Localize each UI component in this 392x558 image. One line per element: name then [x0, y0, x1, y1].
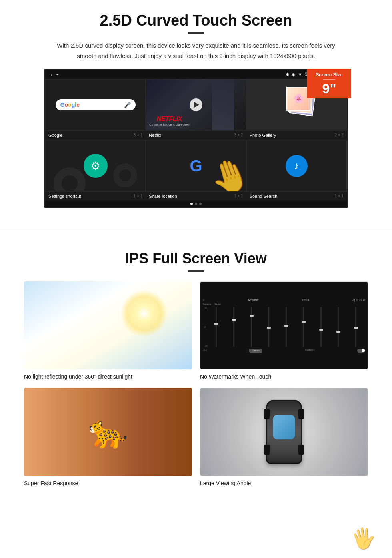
section2-divider — [188, 270, 204, 272]
cheetah-image: 🐆 — [24, 388, 192, 476]
play-triangle — [194, 102, 199, 108]
title-divider — [188, 32, 204, 34]
amplifier-image: ⌂ Amplifier 17:33 ◁) ⊡ ▭ ↩ Balance Fader… — [200, 281, 368, 369]
watermarks-label: No Watermarks When Touch — [200, 373, 368, 380]
eq-label-0: 0 — [204, 326, 207, 328]
amp-icons: ◁) ⊡ ▭ ↩ — [352, 299, 365, 302]
car-wheel-rr — [298, 445, 304, 455]
amp-label-left: Balance — [203, 303, 212, 305]
play-button[interactable] — [190, 98, 202, 111]
car-body — [266, 400, 302, 464]
nav-dot-3[interactable] — [199, 203, 202, 205]
netflix-logo: NETFLIX — [149, 116, 189, 123]
car-image — [200, 388, 368, 476]
netflix-subtitle: Continue Marvel's Daredevil — [149, 123, 189, 126]
google-maps-logo: G — [190, 157, 202, 175]
sound-search-cell[interactable]: ♪ — [246, 140, 347, 192]
feature-fast-response: 🐆 Super Fast Response — [24, 388, 192, 486]
eq-handle-8 — [336, 331, 340, 333]
feature-sunlight: No light reflecting under 360° direct su… — [24, 281, 192, 380]
amp-label-fader: Fader — [215, 303, 221, 305]
eq-handle-4 — [267, 327, 271, 329]
eq-slider-3[interactable] — [251, 307, 252, 347]
google-app-cell[interactable]: Google 🎤 — [45, 79, 146, 131]
settings-app-name: Settings shortcut — [48, 194, 81, 199]
eq-sliders — [208, 307, 364, 347]
sound-app-size: 1 × 1 — [334, 194, 344, 199]
feature-viewing-angle: Large Viewing Angle — [200, 388, 368, 486]
eq-slider-7[interactable] — [320, 307, 322, 347]
eq-handle-2 — [232, 319, 236, 321]
share-location-cell[interactable]: G 🤚 — [146, 140, 246, 192]
netflix-text-overlay: NETFLIX Continue Marvel's Daredevil — [149, 116, 189, 126]
music-note-icon: ♪ — [294, 160, 299, 172]
netflix-figure — [212, 79, 234, 131]
sunlight-label: No light reflecting under 360° direct su… — [24, 373, 192, 380]
amp-home-icon: ⌂ — [203, 299, 204, 302]
eq-slider-8[interactable] — [338, 307, 339, 347]
cheetah-icon: 🐆 — [88, 413, 128, 451]
sound-app-name: Sound Search — [250, 194, 278, 199]
app-grid-row2: ⚙ G 🤚 ♪ — [45, 140, 347, 192]
amp-custom-btn[interactable]: Custom — [249, 349, 262, 353]
status-bar: ⌂ ⌁ ✱ ◉ ▼ 15:06 ⊡ ◁) ☒ ▭ — [45, 70, 347, 79]
app-labels-row1: Google 3 × 1 Netflix 3 × 2 Photo Gallery… — [45, 131, 347, 140]
decorative-circle-2 — [113, 163, 137, 187]
car-wheel-rl — [264, 445, 270, 455]
amp-freq-labels: Balance Fader — [203, 303, 365, 305]
netflix-app-size: 3 × 2 — [234, 133, 243, 138]
google-label-row: Google 3 × 1 — [45, 131, 146, 140]
amp-toggle[interactable] — [357, 349, 365, 353]
eq-slider-2[interactable] — [233, 307, 234, 347]
gallery-label-row: Photo Gallery 2 × 2 — [246, 131, 347, 140]
nav-dot-2[interactable] — [195, 203, 197, 205]
device-mockup: Screen Size 9" ⌂ ⌁ ✱ ◉ ▼ 15:06 ⊡ ◁) — [44, 69, 348, 208]
share-label-row: Share location 1 × 1 — [146, 192, 246, 201]
netflix-app-cell[interactable]: NETFLIX Continue Marvel's Daredevil — [146, 79, 246, 131]
home-icon[interactable]: ⌂ — [49, 72, 52, 77]
section1-title: 2.5D Curved Touch Screen — [24, 12, 368, 29]
nav-dot-1[interactable] — [190, 203, 193, 205]
google-app-name: Google — [48, 133, 62, 138]
badge-divider — [323, 79, 335, 80]
google-search-bar[interactable]: Google 🎤 — [56, 99, 136, 110]
eq-slider-4[interactable] — [268, 307, 269, 347]
status-left: ⌂ ⌁ — [49, 72, 59, 77]
eq-label-10: 10 — [204, 307, 207, 309]
eq-slider-9[interactable] — [355, 307, 356, 347]
amp-title: Amplifier — [248, 299, 259, 302]
amp-prev-icon: ◁◁ — [203, 349, 207, 353]
eq-slider-5[interactable] — [286, 307, 287, 347]
car-wheel-fr — [298, 409, 304, 419]
netflix-app-name: Netflix — [149, 133, 161, 138]
badge-size: 9" — [310, 82, 349, 95]
music-icon-background: ♪ — [286, 155, 308, 177]
car-top-view — [266, 400, 302, 464]
app-grid-row1: Google 🎤 NETFLIX Continue Marvel — [45, 79, 347, 131]
gallery-app-name: Photo Gallery — [250, 133, 276, 138]
eq-slider-1[interactable] — [216, 307, 217, 347]
settings-label-row: Settings shortcut 1 × 1 — [45, 192, 146, 201]
eq-handle-3 — [250, 315, 254, 317]
share-app-size: 1 × 1 — [234, 194, 243, 199]
eq-handle-5 — [284, 325, 288, 327]
sound-label-row: Sound Search 1 × 1 — [246, 192, 347, 201]
badge-label: Screen Size — [310, 72, 349, 78]
amp-toggle-knob — [362, 349, 365, 352]
navigation-dots — [45, 201, 347, 207]
section-ips-screen: IPS Full Screen View No light reflecting… — [0, 242, 392, 498]
hand-illustration: 🤚 — [205, 152, 246, 192]
section2-title: IPS Full Screen View — [24, 250, 368, 267]
usb-icon: ⌁ — [56, 72, 59, 77]
gallery-app-size: 2 × 2 — [334, 133, 344, 138]
eq-slider-6[interactable] — [303, 307, 304, 347]
settings-app-cell[interactable]: ⚙ — [45, 140, 146, 192]
app-labels-row2: Settings shortcut 1 × 1 Share location 1… — [45, 192, 347, 201]
feature-watermarks: ⌂ Amplifier 17:33 ◁) ⊡ ▭ ↩ Balance Fader… — [200, 281, 368, 380]
bluetooth-icon: ✱ — [286, 72, 289, 77]
gear-icon: ⚙ — [90, 159, 100, 173]
sunburst-effect — [120, 289, 168, 337]
fast-response-label: Super Fast Response — [24, 480, 192, 486]
microphone-icon[interactable]: 🎤 — [124, 102, 131, 108]
eq-label-neg10: -10 — [204, 345, 207, 347]
